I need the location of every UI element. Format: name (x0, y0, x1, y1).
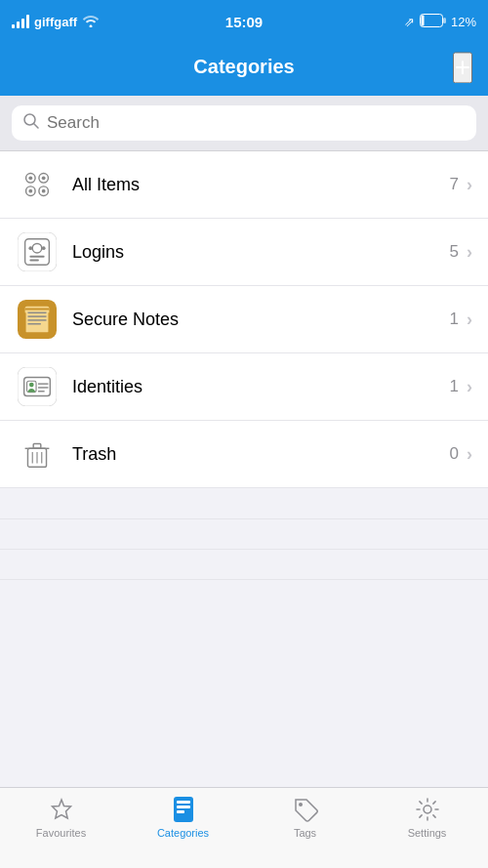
list-item[interactable]: Secure Notes 1 › (0, 286, 488, 353)
list-item[interactable]: Trash 0 › (0, 421, 488, 488)
svg-point-11 (42, 176, 46, 180)
separator (0, 579, 488, 580)
svg-point-49 (424, 806, 431, 813)
wifi-icon (82, 14, 100, 30)
navigation-bar: Categories + (0, 43, 488, 96)
svg-rect-46 (177, 806, 190, 808)
categories-list: All Items 7 › Logins 5 › (0, 151, 488, 488)
svg-rect-45 (177, 801, 190, 804)
chevron-right-icon: › (467, 444, 472, 465)
svg-rect-44 (174, 797, 193, 822)
page-title: Categories (193, 56, 294, 78)
tab-favourites[interactable]: Favourites (0, 796, 122, 839)
all-items-icon (16, 163, 59, 206)
svg-point-18 (42, 246, 46, 250)
category-count: 1 (450, 310, 459, 329)
list-item[interactable]: Logins 5 › (0, 219, 488, 286)
svg-rect-22 (25, 307, 50, 333)
category-label: Identities (72, 377, 450, 397)
category-label: Secure Notes (72, 310, 450, 330)
chevron-right-icon: › (467, 242, 472, 263)
svg-rect-1 (421, 15, 424, 25)
search-input[interactable] (47, 113, 465, 133)
svg-rect-19 (29, 256, 44, 258)
status-right: ⇗ 12% (404, 14, 476, 30)
separator (0, 518, 488, 519)
battery-percentage: 12% (451, 15, 476, 29)
carrier-name: giffgaff (34, 15, 77, 29)
tab-label: Favourites (36, 827, 86, 839)
chevron-right-icon: › (467, 175, 472, 195)
settings-icon (414, 796, 441, 823)
svg-point-17 (28, 246, 32, 250)
chevron-right-icon: › (467, 377, 472, 397)
tags-icon (292, 796, 319, 823)
svg-rect-5 (18, 165, 57, 204)
tab-categories[interactable]: Categories (122, 796, 244, 839)
category-label: Trash (72, 444, 450, 465)
category-count: 0 (450, 444, 459, 464)
chevron-right-icon: › (467, 310, 472, 330)
svg-rect-2 (443, 18, 446, 23)
tab-settings[interactable]: Settings (366, 796, 488, 839)
tab-label: Categories (157, 827, 209, 839)
search-container (0, 96, 488, 151)
svg-point-33 (29, 383, 34, 388)
svg-point-10 (28, 176, 32, 180)
search-icon (23, 113, 39, 133)
location-icon: ⇗ (404, 15, 415, 29)
separator (0, 549, 488, 550)
category-count: 5 (450, 242, 459, 262)
tab-label: Settings (408, 827, 447, 839)
svg-point-48 (299, 803, 303, 806)
tab-tags[interactable]: Tags (244, 796, 366, 839)
svg-point-12 (28, 189, 32, 193)
categories-tab-icon (170, 796, 197, 823)
trash-icon (16, 433, 59, 475)
tab-label: Tags (294, 827, 316, 839)
svg-rect-20 (29, 260, 39, 262)
list-item[interactable]: Identities 1 › (0, 353, 488, 421)
category-label: All Items (72, 175, 450, 195)
status-bar: giffgaff 15:09 ⇗ 12% (0, 0, 488, 43)
secure-notes-icon (16, 298, 59, 341)
svg-line-4 (34, 124, 38, 128)
signal-icon (12, 15, 29, 28)
status-left: giffgaff (12, 14, 100, 30)
search-bar[interactable] (12, 105, 476, 141)
svg-rect-47 (177, 810, 184, 813)
add-category-button[interactable]: + (453, 52, 472, 83)
category-count: 7 (450, 175, 459, 194)
status-time: 15:09 (225, 14, 263, 30)
list-item[interactable]: All Items 7 › (0, 151, 488, 219)
empty-area (0, 488, 488, 787)
favourites-icon (48, 796, 75, 823)
battery-icon (420, 14, 446, 30)
category-count: 1 (450, 377, 459, 396)
logins-icon (16, 230, 59, 273)
category-label: Logins (72, 242, 450, 263)
svg-point-13 (42, 189, 46, 193)
identities-icon (16, 365, 59, 408)
tab-bar: Favourites Categories Tags (0, 787, 488, 868)
